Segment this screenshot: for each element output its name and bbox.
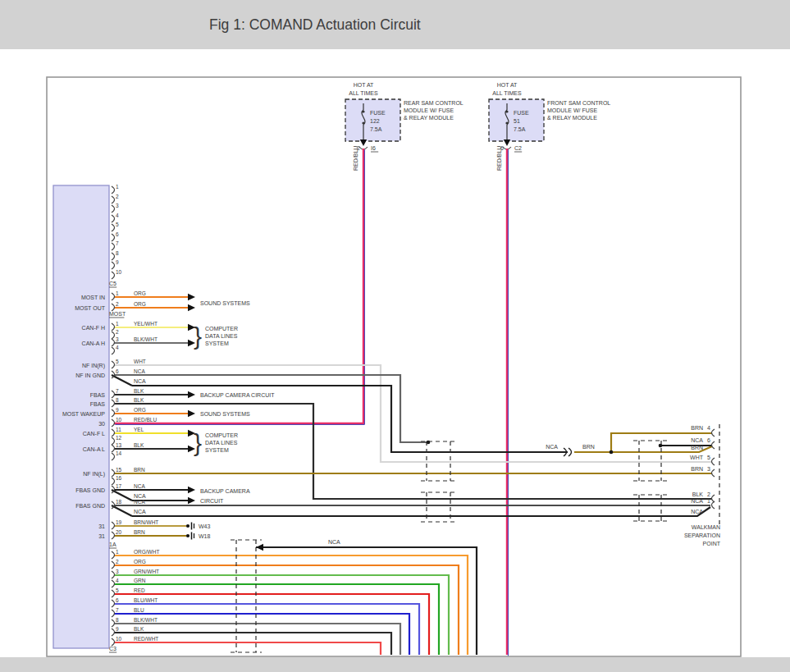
pin — [112, 437, 115, 445]
wire — [114, 614, 409, 655]
terminal-label: MOST OUT — [75, 305, 106, 311]
pin — [112, 469, 115, 477]
terminal-label: FBAS GND — [75, 503, 105, 509]
label: BRN — [582, 444, 595, 450]
pin-number: 10 — [116, 417, 122, 423]
terminal-label: CAN-F L — [83, 431, 105, 437]
arrow-icon — [188, 304, 195, 311]
label: 5 — [707, 455, 710, 460]
pin-number: 16 — [116, 475, 122, 481]
label: FRONT SAM CONTROL — [547, 100, 610, 106]
pin-number: 1 — [116, 321, 119, 327]
pin-number: 10 — [116, 636, 122, 642]
terminal-label: CAN-A L — [83, 446, 105, 452]
terminal-label: MOST WAKEUP — [62, 411, 105, 417]
label: SEPARATION — [684, 533, 720, 538]
pin — [712, 469, 715, 477]
pin — [112, 331, 115, 339]
pin — [112, 619, 115, 627]
label: NCA — [691, 437, 703, 443]
label: ALL TIMES — [349, 90, 378, 96]
pin — [112, 205, 115, 213]
pin — [112, 339, 115, 346]
label: NCA — [691, 498, 703, 504]
pin — [112, 409, 115, 417]
arrow-icon — [504, 139, 510, 146]
pin-number: 1 — [116, 184, 119, 190]
wire-label: ORG — [134, 407, 146, 413]
pin-number: 2 — [116, 329, 119, 335]
terminal-label: CAN-F H — [82, 325, 105, 331]
pin-number: 4 — [116, 345, 119, 350]
label: SOUND SYSTEMS — [200, 411, 250, 417]
label: 122 — [370, 118, 380, 124]
comand-unit-connector-block — [53, 185, 109, 648]
wire-label: NCA — [134, 483, 145, 489]
wire-label: BLK — [134, 388, 144, 394]
wire — [114, 642, 381, 655]
wire-label: GRN/WHT — [134, 569, 159, 574]
pin-number: 4 — [116, 578, 119, 583]
pin — [112, 400, 115, 407]
pin — [112, 419, 115, 427]
wire-label: YEL — [134, 427, 144, 432]
wire-label: BLU/WHT — [134, 597, 158, 603]
wiring-diagram-page: Fig 1: COMAND Actuation Circuit }}123456… — [0, 0, 790, 672]
wire — [114, 565, 459, 655]
label: BACKUP CAMERA — [200, 488, 250, 494]
wire-red-blu — [114, 149, 363, 423]
pin-number: 2 — [116, 559, 119, 565]
arrow-icon — [188, 487, 195, 493]
ground-icon — [186, 524, 190, 528]
pin-number: 1 — [116, 549, 119, 555]
pin — [112, 347, 115, 354]
brace-icon: } — [194, 322, 202, 350]
wire-label: BRN — [134, 467, 145, 473]
pin-number: 8 — [116, 617, 119, 623]
label: BLK — [692, 491, 704, 497]
label: W43 — [199, 523, 211, 529]
pin — [712, 458, 715, 465]
wire-label: BLK — [134, 397, 144, 403]
wire — [114, 555, 468, 655]
pin — [112, 590, 115, 597]
label: BRN — [691, 445, 703, 450]
terminal-label: NF IN(R) — [82, 363, 105, 369]
label: WHT — [690, 455, 704, 460]
label: BRN — [691, 425, 703, 431]
pin-number: 3 — [116, 569, 119, 574]
pin — [112, 323, 115, 331]
arrow-icon — [188, 410, 195, 417]
label: 4 — [707, 425, 710, 431]
pin-number: 4 — [116, 213, 119, 218]
wire-label: ORG — [134, 559, 146, 565]
label: 7.5A — [514, 126, 526, 132]
label: 1 — [707, 498, 710, 504]
pin — [112, 600, 115, 607]
pin — [112, 262, 115, 269]
label: I6 — [371, 145, 376, 151]
terminal-label: CAN-A H — [82, 341, 105, 346]
pin — [112, 215, 115, 222]
brace-icon: } — [194, 429, 202, 456]
pin-number: 2 — [116, 194, 119, 199]
label: & RELAY MODULE — [404, 115, 454, 121]
wire-label: BLK/WHT — [134, 617, 158, 623]
pin — [112, 196, 115, 203]
terminal-label: 31 — [98, 533, 105, 539]
wire-label: YEL/WHT — [134, 321, 158, 327]
pin-number: 18 — [116, 499, 122, 505]
pin-number: 5 — [116, 359, 119, 364]
label: BACKUP CAMERA CIRCUIT — [200, 392, 275, 398]
pin-number: 6 — [116, 231, 119, 237]
label: FUSE — [370, 110, 386, 116]
wire-red-blu-stripe — [115, 149, 364, 424]
wire — [112, 505, 132, 516]
arrow-icon — [188, 497, 195, 504]
label: NCA — [691, 509, 703, 514]
wire — [132, 507, 710, 516]
wire — [256, 547, 477, 655]
pin — [112, 580, 115, 587]
label: RED/BLU — [353, 146, 358, 171]
label: 51 — [514, 118, 520, 124]
